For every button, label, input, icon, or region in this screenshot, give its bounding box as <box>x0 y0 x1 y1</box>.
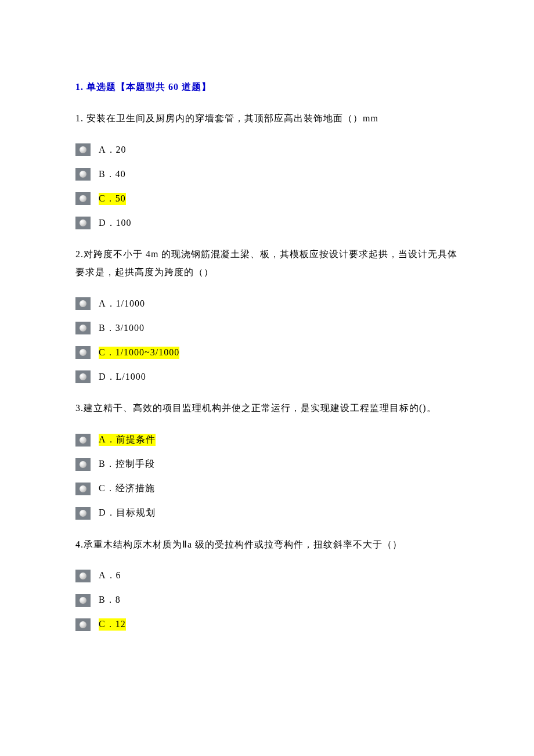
radio-inner-icon <box>80 349 86 356</box>
option[interactable]: B．3/1000 <box>75 322 459 334</box>
options-list: A．前提条件B．控制手段C．经济措施D．目标规划 <box>75 434 459 520</box>
option-label: C．50 <box>99 193 126 205</box>
radio-icon[interactable] <box>75 570 91 582</box>
option-label: D．L/1000 <box>99 371 146 383</box>
option[interactable]: D．L/1000 <box>75 370 459 383</box>
option-label: C．1/1000~3/1000 <box>99 347 179 359</box>
option[interactable]: D．100 <box>75 217 459 229</box>
radio-icon[interactable] <box>75 594 91 607</box>
radio-inner-icon <box>80 325 86 332</box>
question-text: 4.承重木结构原木材质为Ⅱa 级的受拉构件或拉弯构件，扭纹斜率不大于（） <box>75 536 459 553</box>
question-text: 2.对跨度不小于 4m 的现浇钢筋混凝土梁、板，其模板应按设计要求起拱，当设计无… <box>75 246 459 281</box>
question: 3.建立精干、高效的项目监理机构并使之正常运行，是实现建设工程监理目标的()。A… <box>75 399 459 519</box>
radio-icon[interactable] <box>75 168 91 181</box>
question-text: 3.建立精干、高效的项目监理机构并使之正常运行，是实现建设工程监理目标的()。 <box>75 399 459 417</box>
option[interactable]: C．1/1000~3/1000 <box>75 346 459 359</box>
radio-icon[interactable] <box>75 618 91 631</box>
option-label: C．经济措施 <box>99 483 155 495</box>
option-label: A．前提条件 <box>99 434 156 446</box>
radio-icon[interactable] <box>75 346 91 359</box>
options-list: A．6B．8C．12 <box>75 570 459 631</box>
radio-inner-icon <box>80 510 86 517</box>
option-label: D．目标规划 <box>99 507 156 519</box>
option-label: B．3/1000 <box>99 322 145 334</box>
option[interactable]: C．经济措施 <box>75 483 459 495</box>
option-label: B．40 <box>99 168 126 181</box>
radio-inner-icon <box>80 461 86 468</box>
option[interactable]: A．前提条件 <box>75 434 459 447</box>
option-label: A．6 <box>99 570 121 582</box>
option[interactable]: B．40 <box>75 168 459 181</box>
option-label: B．8 <box>99 594 121 606</box>
radio-inner-icon <box>80 171 86 178</box>
radio-icon[interactable] <box>75 458 91 471</box>
option[interactable]: A．20 <box>75 143 459 156</box>
option-label: A．20 <box>99 144 127 156</box>
radio-inner-icon <box>80 573 86 579</box>
radio-inner-icon <box>80 219 86 226</box>
radio-inner-icon <box>80 195 86 202</box>
option-label: A．1/1000 <box>99 298 145 310</box>
question: 2.对跨度不小于 4m 的现浇钢筋混凝土梁、板，其模板应按设计要求起拱，当设计无… <box>75 246 459 383</box>
section-title: 1. 单选题【本题型共 60 道题】 <box>75 81 459 93</box>
option-label: B．控制手段 <box>99 458 155 470</box>
option[interactable]: D．目标规划 <box>75 507 459 520</box>
option[interactable]: B．控制手段 <box>75 458 459 471</box>
options-list: A．1/1000B．3/1000C．1/1000~3/1000D．L/1000 <box>75 297 459 383</box>
radio-icon[interactable] <box>75 483 91 495</box>
radio-icon[interactable] <box>75 143 91 156</box>
question: 4.承重木结构原木材质为Ⅱa 级的受拉构件或拉弯构件，扭纹斜率不大于（）A．6B… <box>75 536 459 631</box>
radio-inner-icon <box>80 373 86 380</box>
radio-icon[interactable] <box>75 370 91 383</box>
radio-icon[interactable] <box>75 297 91 310</box>
radio-inner-icon <box>80 437 86 444</box>
option[interactable]: C．50 <box>75 192 459 205</box>
option[interactable]: A．1/1000 <box>75 297 459 310</box>
radio-inner-icon <box>80 485 86 492</box>
option[interactable]: B．8 <box>75 594 459 607</box>
radio-inner-icon <box>80 146 86 153</box>
radio-icon[interactable] <box>75 217 91 229</box>
option-label: D．100 <box>99 217 132 229</box>
radio-icon[interactable] <box>75 507 91 520</box>
question: 1. 安装在卫生间及厨房内的穿墙套管，其顶部应高出装饰地面（）mmA．20B．4… <box>75 110 459 229</box>
radio-icon[interactable] <box>75 192 91 205</box>
radio-inner-icon <box>80 621 86 628</box>
option-label: C．12 <box>99 618 126 631</box>
radio-icon[interactable] <box>75 322 91 334</box>
options-list: A．20B．40C．50D．100 <box>75 143 459 229</box>
radio-inner-icon <box>80 597 86 604</box>
radio-icon[interactable] <box>75 434 91 447</box>
question-text: 1. 安装在卫生间及厨房内的穿墙套管，其顶部应高出装饰地面（）mm <box>75 110 459 127</box>
option[interactable]: A．6 <box>75 570 459 582</box>
option[interactable]: C．12 <box>75 618 459 631</box>
radio-inner-icon <box>80 300 86 307</box>
